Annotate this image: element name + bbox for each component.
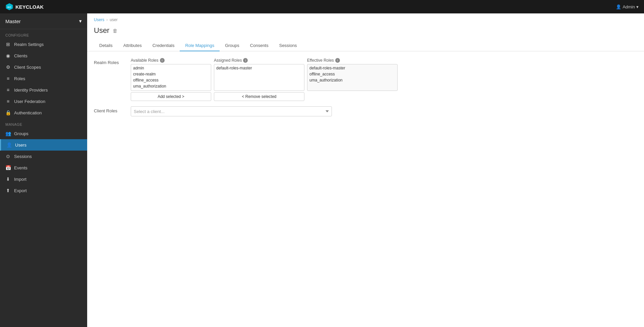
list-item[interactable]: default-roles-master — [307, 65, 397, 71]
available-roles-group: Available Roles i admin create-realm off… — [131, 58, 211, 101]
client-roles-controls: Select a client... — [131, 106, 332, 116]
sidebar-item-users[interactable]: 👤 Users — [0, 139, 87, 151]
list-item[interactable]: create-realm — [131, 71, 211, 77]
main-layout: Master ▾ Configure ⊞ Realm Settings ◉ Cl… — [0, 13, 644, 327]
sidebar-item-sessions[interactable]: ⊙ Sessions — [0, 151, 87, 162]
tab-groups[interactable]: Groups — [220, 40, 245, 51]
manage-section-label: Manage — [0, 118, 87, 128]
content-area: Users › user User 🗑 Details Attributes C… — [87, 13, 644, 327]
brand: KC KEYCLOAK — [5, 3, 44, 11]
user-dropdown-icon: ▾ — [636, 4, 639, 9]
delete-user-button[interactable]: 🗑 — [113, 28, 118, 34]
available-roles-header: Available Roles i — [131, 58, 211, 63]
tab-bar: Details Attributes Credentials Role Mapp… — [87, 40, 644, 51]
realm-roles-controls: Available Roles i admin create-realm off… — [131, 58, 398, 101]
sidebar-item-roles[interactable]: ≡ Roles — [0, 73, 87, 84]
realm-name: Master — [5, 18, 21, 24]
sidebar-item-label: Authentication — [14, 110, 42, 115]
grid-icon: ⊞ — [5, 42, 11, 47]
list-item[interactable]: uma_authorization — [307, 77, 397, 83]
tab-details[interactable]: Details — [94, 40, 118, 51]
sidebar-item-import[interactable]: ⬇ Import — [0, 173, 87, 185]
sidebar-item-label: Users — [15, 143, 26, 148]
sessions-icon: ⊙ — [5, 154, 11, 159]
assigned-roles-listbox[interactable]: default-roles-master — [214, 64, 304, 91]
sidebar-item-label: Roles — [14, 76, 25, 81]
list-item[interactable]: default-roles-master — [214, 65, 304, 71]
remove-selected-button[interactable]: < Remove selected — [214, 92, 304, 101]
tab-credentials[interactable]: Credentials — [147, 40, 180, 51]
realm-dropdown-icon: ▾ — [79, 18, 82, 24]
import-icon: ⬇ — [5, 176, 11, 182]
add-selected-button[interactable]: Add selected > — [131, 92, 211, 101]
client-select-dropdown[interactable]: Select a client... — [131, 106, 332, 116]
list-item[interactable]: offline_access — [307, 71, 397, 77]
sidebar-item-label: Identity Providers — [14, 88, 48, 93]
effective-roles-info-icon[interactable]: i — [335, 58, 340, 63]
tab-role-mappings[interactable]: Role Mappings — [180, 40, 220, 51]
users-icon: 👤 — [6, 142, 12, 148]
user-menu[interactable]: 👤 Admin ▾ — [616, 4, 639, 9]
page-header: User 🗑 — [87, 25, 644, 40]
sidebar-item-realm-settings[interactable]: ⊞ Realm Settings — [0, 39, 87, 50]
brand-text: KEYCLOAK — [15, 4, 44, 10]
realm-selector[interactable]: Master ▾ — [0, 13, 87, 29]
client-scopes-icon: ⚙ — [5, 64, 11, 70]
breadcrumb-users-link[interactable]: Users — [94, 17, 104, 22]
user-label: Admin — [623, 4, 635, 9]
events-icon: 📅 — [5, 165, 11, 170]
available-roles-label: Available Roles — [131, 58, 159, 63]
sidebar-item-groups[interactable]: 👥 Groups — [0, 128, 87, 139]
assigned-roles-label: Assigned Roles — [214, 58, 242, 63]
realm-roles-label: Realm Roles — [94, 58, 131, 65]
user-icon: 👤 — [616, 4, 621, 9]
tab-sessions[interactable]: Sessions — [274, 40, 302, 51]
available-roles-info-icon[interactable]: i — [160, 58, 165, 63]
sidebar-item-export[interactable]: ⬆ Export — [0, 185, 87, 196]
assigned-roles-header: Assigned Roles i — [214, 58, 304, 63]
keycloak-logo: KC — [5, 3, 13, 11]
sidebar-item-label: Export — [14, 188, 27, 193]
sidebar-item-client-scopes[interactable]: ⚙ Client Scopes — [0, 61, 87, 73]
available-roles-listbox[interactable]: admin create-realm offline_access uma_au… — [131, 64, 211, 91]
sidebar-item-label: Groups — [14, 131, 28, 136]
breadcrumb-separator: › — [106, 17, 108, 22]
sidebar-item-label: Realm Settings — [14, 42, 44, 47]
groups-icon: 👥 — [5, 131, 11, 136]
breadcrumb: Users › user — [87, 13, 644, 25]
sidebar-item-label: Client Scopes — [14, 65, 41, 70]
page-title: User — [94, 26, 109, 35]
tab-attributes[interactable]: Attributes — [118, 40, 147, 51]
user-federation-icon: ≡ — [5, 99, 11, 104]
sidebar-item-events[interactable]: 📅 Events — [0, 162, 87, 173]
role-mappings-section: Realm Roles Available Roles i admin crea… — [87, 58, 644, 126]
navbar: KC KEYCLOAK 👤 Admin ▾ — [0, 0, 644, 13]
list-item[interactable]: offline_access — [131, 77, 211, 83]
realm-roles-row: Realm Roles Available Roles i admin crea… — [94, 58, 637, 101]
sidebar-item-user-federation[interactable]: ≡ User Federation — [0, 96, 87, 107]
client-roles-row: Client Roles Select a client... — [94, 106, 637, 116]
tab-consents[interactable]: Consents — [245, 40, 274, 51]
auth-icon: 🔒 — [5, 110, 11, 115]
list-item[interactable]: admin — [131, 65, 211, 71]
sidebar-item-label: User Federation — [14, 99, 45, 104]
breadcrumb-current: user — [110, 17, 117, 22]
sidebar-item-label: Events — [14, 165, 27, 170]
identity-providers-icon: ≡ — [5, 87, 11, 93]
export-icon: ⬆ — [5, 188, 11, 193]
roles-icon: ≡ — [5, 76, 11, 81]
effective-roles-listbox[interactable]: default-roles-master offline_access uma_… — [307, 64, 398, 91]
list-item[interactable]: uma_authorization — [131, 83, 211, 89]
effective-roles-group: Effective Roles i default-roles-master o… — [307, 58, 398, 91]
assigned-roles-info-icon[interactable]: i — [243, 58, 248, 63]
svg-text:KC: KC — [7, 6, 11, 9]
sidebar-item-label: Import — [14, 177, 26, 182]
sidebar-item-authentication[interactable]: 🔒 Authentication — [0, 107, 87, 118]
assigned-roles-group: Assigned Roles i default-roles-master < … — [214, 58, 304, 101]
client-roles-label: Client Roles — [94, 106, 131, 113]
configure-section-label: Configure — [0, 29, 87, 39]
clients-icon: ◉ — [5, 53, 11, 58]
effective-roles-header: Effective Roles i — [307, 58, 398, 63]
sidebar-item-identity-providers[interactable]: ≡ Identity Providers — [0, 84, 87, 96]
sidebar-item-clients[interactable]: ◉ Clients — [0, 50, 87, 61]
